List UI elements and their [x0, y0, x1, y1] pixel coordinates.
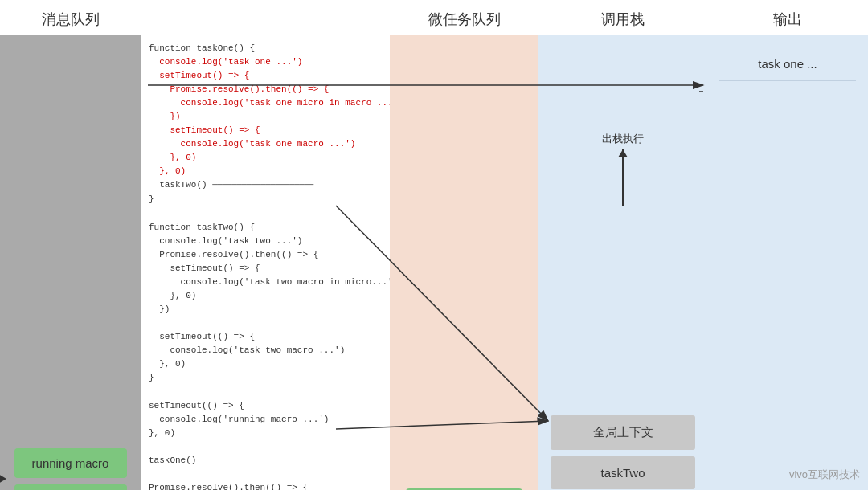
arrow-into-mq [0, 474, 6, 484]
arrow-head [0, 474, 6, 484]
message-queue-column: running macro task one timeout [0, 35, 141, 490]
watermark: vivo互联网技术 [789, 468, 860, 482]
header-call-stack: 调用栈 [538, 10, 707, 29]
micro-task-queue-column: running micro [390, 35, 538, 490]
code-column: function taskOne() { console.log('task o… [141, 35, 390, 490]
header-message-queue: 消息队列 [0, 10, 141, 29]
content-row: running macro task one timeout function … [0, 35, 868, 490]
mq-item-running-macro: running macro [14, 448, 127, 478]
header-micro: 微任务队列 [390, 10, 538, 29]
mq-item-task-one-timeout: task one timeout [14, 484, 127, 490]
code-block-1: function taskOne() { console.log('task o… [149, 42, 385, 206]
stack-item-global: 全局上下文 [551, 415, 695, 450]
main-container: 消息队列 微任务队列 调用栈 输出 running macro task one… [0, 0, 868, 490]
stack-item-taskTwo: taskTwo [551, 456, 695, 489]
output-column: task one ... [707, 35, 868, 490]
code-block-3: setTimeout(() => { console.log('running … [149, 399, 385, 490]
header-row: 消息队列 微任务队列 调用栈 输出 [0, 0, 868, 35]
pop-stack-label: 出栈执行 [602, 132, 644, 146]
call-stack-column: 出栈执行 全局上下文 taskTwo taskOne [538, 35, 707, 490]
pop-stack-arrow-line [622, 149, 624, 206]
header-output: 输出 [707, 10, 868, 29]
output-item-task-one: task one ... [719, 47, 856, 81]
pop-stack-arrow-area: 出栈执行 [602, 132, 644, 206]
pop-stack-arrow-head [618, 149, 628, 157]
code-block-2: function taskTwo() { console.log('task t… [149, 221, 385, 386]
